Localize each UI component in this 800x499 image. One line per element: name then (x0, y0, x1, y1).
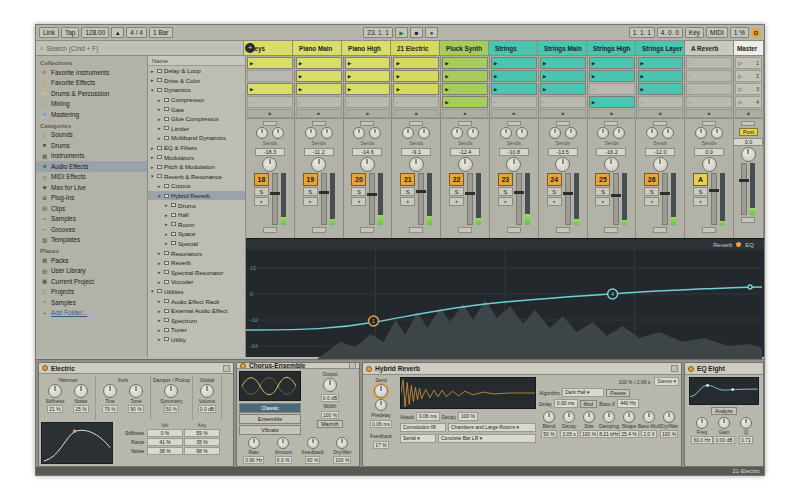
mode-tab[interactable]: Ensemble (239, 414, 301, 424)
sidebar-item[interactable]: ≈ Samples (36, 214, 147, 225)
matrix-value[interactable]: 38 % (147, 447, 183, 455)
clip-slot[interactable] (491, 70, 537, 82)
volume-field[interactable]: -11.2 (304, 148, 334, 156)
stop-clip-button[interactable] (686, 109, 732, 118)
param-value[interactable]: 0.0 dB (198, 405, 216, 413)
sidebar-item[interactable]: ■ Favorite Effects (36, 78, 147, 89)
send-a-knob[interactable] (256, 127, 268, 139)
param-value[interactable]: 60 % (305, 456, 320, 464)
routing-select[interactable]: Serial (400, 434, 436, 443)
send-b-knob[interactable] (418, 127, 430, 139)
sidebar-item[interactable]: ◇ MIDI Effects (36, 172, 147, 183)
browser-tree-item[interactable]: Corpus (148, 181, 245, 191)
volume-fader[interactable] (418, 173, 424, 225)
stop-clip-button[interactable] (540, 109, 586, 118)
pan-knob[interactable] (458, 157, 473, 172)
sidebar-item[interactable]: ▤ Clips (36, 203, 147, 214)
browser-tree-item[interactable]: Reverb (148, 258, 245, 268)
track-activator-button[interactable]: A (693, 173, 708, 186)
send-a-knob[interactable] (402, 127, 414, 139)
stop-clip-button[interactable] (491, 109, 537, 118)
param-value[interactable]: 100 % (333, 456, 351, 464)
param-value[interactable]: 17 % (373, 441, 388, 449)
stop-clip-button[interactable] (345, 109, 391, 118)
master-track-header[interactable]: Master (734, 41, 764, 55)
eq-band-handle[interactable]: 4 (608, 289, 618, 299)
param-value[interactable]: 60.0 Hz (691, 436, 712, 444)
output-routing-box[interactable] (741, 217, 755, 223)
param-value[interactable]: 25 % (73, 405, 88, 413)
clip-slot[interactable] (296, 70, 342, 82)
track-header[interactable]: 21 Electric (391, 41, 440, 55)
io-routing-box[interactable] (741, 121, 755, 126)
send-b-knob[interactable] (711, 127, 723, 139)
time-signature-field[interactable]: 4 / 4 (126, 27, 147, 38)
sidebar-item[interactable]: ▦ Packs (36, 255, 147, 266)
clip-slot[interactable] (345, 57, 391, 69)
scene-slot[interactable]: ▷ 3 (735, 83, 762, 95)
clip-slot[interactable] (686, 83, 732, 95)
output-routing-box[interactable] (458, 227, 472, 233)
tab-reverb[interactable]: Reverb (713, 242, 732, 248)
stop-clip-button[interactable] (442, 109, 488, 118)
pan-knob[interactable] (604, 157, 619, 172)
track-activator-button[interactable]: 25 (595, 173, 610, 186)
browser-tree-item[interactable]: Modulators (148, 152, 245, 162)
volume-field[interactable]: 0.0 (733, 138, 763, 146)
volume-fader[interactable] (711, 173, 717, 225)
solo-button[interactable]: S (595, 187, 610, 196)
output-routing-box[interactable] (263, 227, 277, 233)
track-header[interactable]: Pluck Synth (440, 41, 489, 55)
matrix-value[interactable]: 41 % (147, 438, 183, 446)
browser-tree-item[interactable]: EQ & Filters (148, 143, 245, 153)
sidebar-item[interactable]: ♪ Sounds (36, 130, 147, 141)
output-routing-box[interactable] (604, 227, 618, 233)
clip-slot[interactable] (540, 96, 586, 108)
sidebar-item[interactable]: ▣ Current Project (36, 276, 147, 287)
track-activator-button[interactable]: 19 (303, 173, 318, 186)
clip-slot[interactable] (686, 70, 732, 82)
track-activator-button[interactable]: 26 (644, 173, 659, 186)
send-a-knob[interactable] (597, 127, 609, 139)
send-a-knob[interactable] (500, 127, 512, 139)
scene-slot[interactable]: ▷ 4 (735, 96, 762, 108)
param-value[interactable]: 0.90 Hz (243, 456, 264, 464)
browser-tree-item[interactable]: Hybrid Reverb (148, 191, 245, 201)
matrix-value[interactable]: 98 % (184, 447, 220, 455)
browser-tree-item[interactable]: Hall (148, 210, 245, 220)
param-knob[interactable] (307, 437, 319, 449)
volume-field[interactable]: 0.0 (694, 148, 724, 156)
device-on-icon[interactable] (42, 365, 48, 371)
tab-eq[interactable]: EQ (745, 242, 754, 248)
analyze-toggle[interactable]: Analyze (711, 407, 737, 415)
send-b-knob[interactable] (565, 127, 577, 139)
output-routing-box[interactable] (409, 227, 423, 233)
send-knob[interactable] (374, 384, 388, 398)
arm-button[interactable] (449, 197, 464, 206)
track-header[interactable]: Piano Main (293, 41, 342, 55)
param-value[interactable]: 440 Hz (617, 399, 639, 408)
browser-tree-item[interactable]: Utility (148, 335, 245, 345)
clip-slot[interactable] (638, 96, 684, 108)
tap-tempo-button[interactable]: Tap (61, 27, 79, 38)
param-knob[interactable] (277, 437, 289, 449)
clip-slot[interactable] (491, 83, 537, 95)
output-routing-box[interactable] (507, 227, 521, 233)
param-value[interactable]: 0.71 (739, 436, 753, 444)
quantization-menu[interactable]: 1 Bar (149, 27, 173, 38)
stop-clip-button[interactable] (296, 109, 342, 118)
browser-tree-item[interactable]: Reverb & Resonance (148, 172, 245, 182)
sidebar-item[interactable]: ■ Drums & Percussion (36, 88, 147, 99)
volume-field[interactable]: -13.5 (548, 148, 578, 156)
clip-slot[interactable] (491, 57, 537, 69)
metronome-icon[interactable]: ▲ (111, 27, 124, 38)
stop-all-clips-button[interactable] (735, 109, 762, 118)
clip-slot[interactable] (638, 83, 684, 95)
io-routing-box[interactable] (507, 121, 521, 126)
scene-slot[interactable]: ▷ 1 (735, 57, 762, 69)
param-value[interactable]: 3.05 s (560, 430, 578, 438)
io-routing-box[interactable] (360, 121, 374, 126)
sidebar-item[interactable]: ▧ Templates (36, 235, 147, 246)
freeze-toggle[interactable]: Freeze (606, 389, 630, 397)
param-value[interactable]: 0.0 dB (321, 394, 339, 402)
